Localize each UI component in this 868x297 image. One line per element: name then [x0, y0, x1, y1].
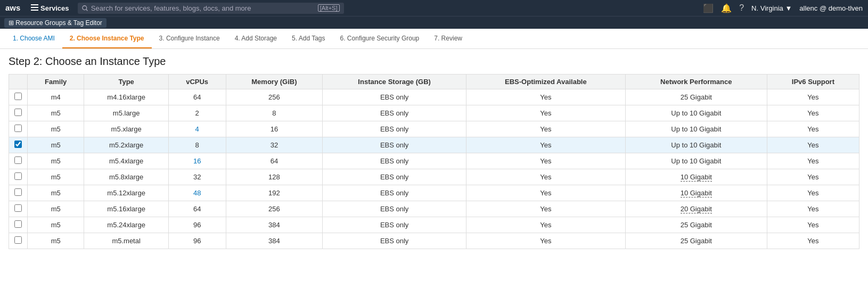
table-row[interactable]: m5m5.large28EBS onlyYesUp to 10 GigabitY… [9, 105, 859, 121]
table-row[interactable]: m4m4.16xlarge64256EBS onlyYes25 GigabitY… [9, 89, 859, 105]
memory-cell: 256 [226, 201, 323, 217]
user-menu[interactable]: allenc @ demo-tlven [799, 4, 863, 12]
type-cell: m5.16xlarge [84, 201, 168, 217]
col-header-5: Instance Storage (GB) [323, 75, 466, 89]
row-checkbox-cell[interactable] [9, 169, 28, 185]
family-cell: m5 [28, 201, 84, 217]
help-icon[interactable]: ? [739, 3, 744, 13]
memory-cell: 128 [226, 169, 323, 185]
row-checkbox-cell[interactable] [9, 201, 28, 217]
ebs-cell: Yes [466, 201, 625, 217]
row-checkbox-cell[interactable] [9, 153, 28, 169]
ipv6-cell: Yes [767, 105, 859, 121]
vcpus-cell[interactable]: 4 [168, 121, 226, 137]
row-checkbox-cell[interactable] [9, 233, 28, 249]
storage-cell: EBS only [323, 217, 466, 233]
ebs-cell: Yes [466, 121, 625, 137]
storage-cell: EBS only [323, 105, 466, 121]
type-cell: m5.24xlarge [84, 217, 168, 233]
instance-table: FamilyTypevCPUsMemory (GiB)Instance Stor… [9, 74, 859, 249]
row-checkbox-cell[interactable] [9, 217, 28, 233]
table-row[interactable]: m5m5.xlarge416EBS onlyYesUp to 10 Gigabi… [9, 121, 859, 137]
wizard-step-1[interactable]: 1. Choose AMI [5, 29, 62, 48]
aws-logo[interactable]: aws [5, 3, 22, 13]
storage-cell: EBS only [323, 185, 466, 201]
services-button[interactable]: Services [28, 2, 72, 14]
table-row[interactable]: m5m5.12xlarge48192EBS onlyYes10 GigabitY… [9, 185, 859, 201]
search-shortcut: [Alt+S] [318, 4, 340, 12]
network-cell: 25 Gigabit [625, 217, 767, 233]
resource-groups-button[interactable]: ⊞ Resource Groups & Tag Editor [4, 18, 107, 28]
table-row[interactable]: m5m5.16xlarge64256EBS onlyYes20 GigabitY… [9, 201, 859, 217]
svg-text:aws: aws [5, 3, 20, 12]
vcpus-cell[interactable]: 48 [168, 185, 226, 201]
row-checkbox-cell[interactable] [9, 89, 28, 105]
row-checkbox[interactable] [14, 172, 22, 180]
row-checkbox[interactable] [14, 204, 22, 212]
wizard-step-4[interactable]: 4. Add Storage [227, 29, 284, 48]
memory-cell: 384 [226, 217, 323, 233]
row-checkbox[interactable] [14, 220, 22, 228]
vcpus-cell[interactable]: 16 [168, 153, 226, 169]
table-row[interactable]: m5m5.8xlarge32128EBS onlyYes10 GigabitYe… [9, 169, 859, 185]
wizard-step-6[interactable]: 6. Configure Security Group [333, 29, 427, 48]
row-checkbox[interactable] [14, 156, 22, 164]
search-bar[interactable]: [Alt+S] [78, 3, 344, 14]
row-checkbox[interactable] [14, 109, 22, 116]
terminal-icon[interactable]: ⬛ [703, 3, 714, 13]
table-row[interactable]: m5m5.2xlarge832EBS onlyYesUp to 10 Gigab… [9, 137, 859, 153]
row-checkbox[interactable] [14, 141, 22, 148]
family-cell: m4 [28, 89, 84, 105]
ebs-cell: Yes [466, 169, 625, 185]
memory-cell: 32 [226, 137, 323, 153]
region-selector[interactable]: N. Virginia ▼ [751, 4, 792, 12]
col-header-2: Type [84, 75, 168, 89]
svg-rect-3 [31, 10, 38, 11]
wizard-step-2[interactable]: 2. Choose Instance Type [62, 29, 152, 48]
storage-cell: EBS only [323, 201, 466, 217]
ebs-cell: Yes [466, 89, 625, 105]
memory-cell: 192 [226, 185, 323, 201]
row-checkbox-cell[interactable] [9, 185, 28, 201]
row-checkbox-cell[interactable] [9, 121, 28, 137]
family-cell: m5 [28, 217, 84, 233]
search-input[interactable] [91, 4, 315, 12]
vcpus-cell: 64 [168, 201, 226, 217]
row-checkbox[interactable] [14, 188, 22, 196]
type-cell: m5.large [84, 105, 168, 121]
type-cell: m4.16xlarge [84, 89, 168, 105]
table-row[interactable]: m5m5.4xlarge1664EBS onlyYesUp to 10 Giga… [9, 153, 859, 169]
network-cell: 20 Gigabit [625, 201, 767, 217]
table-row[interactable]: m5m5.24xlarge96384EBS onlyYes25 GigabitY… [9, 217, 859, 233]
storage-cell: EBS only [323, 233, 466, 249]
wizard-step-3[interactable]: 3. Configure Instance [152, 29, 227, 48]
wizard-step-7[interactable]: 7. Review [427, 29, 470, 48]
family-cell: m5 [28, 233, 84, 249]
storage-cell: EBS only [323, 89, 466, 105]
vcpus-cell: 2 [168, 105, 226, 121]
bell-icon[interactable]: 🔔 [721, 3, 732, 13]
vcpus-cell: 96 [168, 233, 226, 249]
network-cell: 25 Gigabit [625, 233, 767, 249]
row-checkbox[interactable] [14, 93, 22, 100]
family-cell: m5 [28, 153, 84, 169]
row-checkbox-cell[interactable] [9, 105, 28, 121]
table-row[interactable]: m5m5.metal96384EBS onlyYes25 GigabitYes [9, 233, 859, 249]
col-header-1: Family [28, 75, 84, 89]
type-cell: m5.8xlarge [84, 169, 168, 185]
family-cell: m5 [28, 137, 84, 153]
ipv6-cell: Yes [767, 201, 859, 217]
ipv6-cell: Yes [767, 185, 859, 201]
row-checkbox-cell[interactable] [9, 137, 28, 153]
ipv6-cell: Yes [767, 169, 859, 185]
storage-cell: EBS only [323, 169, 466, 185]
memory-cell: 256 [226, 89, 323, 105]
wizard-step-5[interactable]: 5. Add Tags [284, 29, 333, 48]
row-checkbox[interactable] [14, 125, 22, 132]
col-header-6: EBS-Optimized Available [466, 75, 625, 89]
ebs-cell: Yes [466, 217, 625, 233]
memory-cell: 64 [226, 153, 323, 169]
row-checkbox[interactable] [14, 236, 22, 244]
col-header-8: IPv6 Support [767, 75, 859, 89]
network-cell: Up to 10 Gigabit [625, 137, 767, 153]
